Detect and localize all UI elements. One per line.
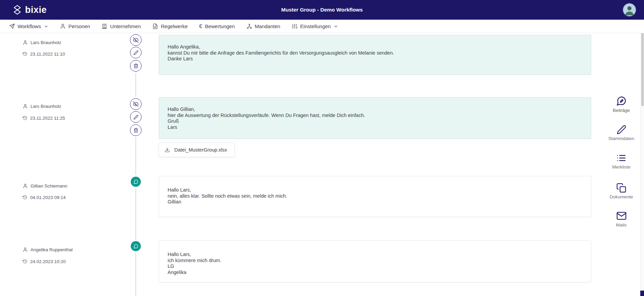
history-icon <box>23 52 27 56</box>
comment-icon <box>133 244 138 249</box>
edit-post-button[interactable] <box>130 47 142 58</box>
scroll-corner <box>640 291 644 296</box>
chevron-down-icon <box>334 24 338 29</box>
main-nav: Workflows Personen Unternehmen Regelwerk… <box>0 20 644 33</box>
message-line: LG <box>168 263 582 270</box>
nav-label: Workflows <box>18 23 41 29</box>
rail-item-beitraege[interactable]: Beiträge <box>600 96 643 113</box>
mail-icon <box>616 211 627 221</box>
post-message: Hallo Lars, nein, alles klar. Sollte noc… <box>159 176 591 217</box>
author-name: Lars Braunholz <box>30 104 61 109</box>
author-name: Lars Braunholz <box>30 40 61 45</box>
app-header: bixie Muster Group - Demo Workflows <box>0 0 644 20</box>
nav-label: Regelwerke <box>161 23 188 29</box>
avatar-image <box>623 3 636 16</box>
edit-post-button[interactable] <box>130 111 142 123</box>
timeline-connector <box>135 138 136 175</box>
hierarchy-icon <box>246 23 252 29</box>
rail-label: Merkliste <box>612 164 630 170</box>
sliders-icon <box>292 23 298 29</box>
hide-post-button[interactable] <box>130 34 142 46</box>
comment-icon <box>133 179 138 184</box>
euro-icon: € <box>199 24 202 29</box>
app: bixie Muster Group - Demo Workflows Work… <box>0 0 644 296</box>
nav-item-workflows[interactable]: Workflows <box>9 23 48 29</box>
scrollbar-track[interactable]: ▲ <box>640 20 644 296</box>
message-line: Hallo Lars, <box>168 252 582 258</box>
pencil-icon <box>617 125 626 135</box>
nav-item-regelwerke[interactable]: Regelwerke <box>152 23 188 29</box>
message-line: Danke Lars <box>168 56 582 62</box>
user-icon <box>23 104 28 109</box>
post-message: Hallo Angelika, kannst Du mir bitte die … <box>159 35 591 75</box>
author-name: Gillian Schiemann <box>30 183 67 189</box>
nav-item-bewertungen[interactable]: € Bewertungen <box>199 23 235 29</box>
building-icon <box>102 23 107 29</box>
timeline-connector <box>135 253 136 296</box>
message-line: Gillian <box>168 199 582 205</box>
hide-post-button[interactable] <box>130 98 142 110</box>
comment-badge <box>131 177 141 187</box>
timeline-connector <box>135 73 136 97</box>
message-line: nein, alles klar. Sollte noch etwas sein… <box>168 193 582 199</box>
scrollbar-thumb[interactable] <box>641 24 644 106</box>
delete-post-button[interactable] <box>130 60 142 72</box>
user-icon <box>23 40 28 45</box>
rail-item-merkliste[interactable]: Merkliste <box>600 153 643 170</box>
trash-icon <box>133 63 138 68</box>
nav-label: Einstellungen <box>300 23 331 29</box>
comment-edit-icon <box>616 96 627 106</box>
message-line: ich kümmere mich drum. <box>168 258 582 264</box>
timestamp-text: 23.11.2022 11:25 <box>30 116 65 121</box>
attachment-chip[interactable]: Datei_MusterGroup.xlsx <box>159 143 235 157</box>
avatar[interactable] <box>623 3 636 16</box>
timeline-connector <box>135 189 136 240</box>
eye-off-icon <box>133 37 138 43</box>
nav-label: Unternehmen <box>110 23 141 29</box>
message-line: Hallo Gillian, <box>168 106 582 113</box>
post-timestamp: 24.02.2023 10:20 <box>23 258 66 264</box>
logo[interactable]: bixie <box>13 5 47 15</box>
message-line: Hallo Lars, <box>168 187 582 193</box>
timestamp-text: 24.02.2023 10:20 <box>30 259 66 264</box>
timestamp-text: 23.11.2022 11:10 <box>30 52 65 57</box>
pencil-icon <box>133 50 138 55</box>
post-author: Angelika Ruppenthal <box>23 246 73 253</box>
message-line: hier die Auswertung der Rückstellungsver… <box>168 113 582 119</box>
person-icon <box>60 23 66 29</box>
rail-item-mails[interactable]: Mails <box>600 211 643 228</box>
paper-plane-icon <box>9 23 15 29</box>
rail-item-stammdaten[interactable]: Stammdaten <box>600 125 643 141</box>
post-timestamp: 04.01.2023 09:14 <box>23 194 66 200</box>
message-line: kannst Du mir bitte die Anfrage des Fami… <box>168 50 582 56</box>
nav-item-mandanten[interactable]: Mandanten <box>246 23 280 29</box>
logo-text: bixie <box>25 5 47 15</box>
page-title: Muster Group - Demo Workflows <box>281 7 363 13</box>
message-line: Angelika <box>168 270 582 276</box>
rail-label: Stammdaten <box>608 136 635 141</box>
post-author: Lars Braunholz <box>23 103 61 109</box>
attachment-filename: Datei_MusterGroup.xlsx <box>174 147 227 153</box>
nav-item-unternehmen[interactable]: Unternehmen <box>102 23 141 29</box>
timestamp-text: 04.01.2023 09:14 <box>30 195 66 200</box>
rail-label: Beiträge <box>613 108 630 113</box>
delete-post-button[interactable] <box>130 124 142 136</box>
history-icon <box>23 116 27 120</box>
bixie-logo-icon <box>13 5 22 15</box>
nav-label: Mandanten <box>255 23 280 29</box>
user-icon <box>23 183 28 189</box>
history-icon <box>23 259 27 264</box>
nav-item-einstellungen[interactable]: Einstellungen <box>292 23 338 29</box>
nav-item-personen[interactable]: Personen <box>60 23 90 29</box>
pencil-icon <box>133 115 138 120</box>
eye-off-icon <box>133 101 138 107</box>
rail-item-dokumente[interactable]: Dokumente <box>600 183 643 199</box>
post-timestamp: 23.11.2022 11:25 <box>23 115 65 121</box>
download-icon <box>165 147 170 153</box>
user-icon <box>23 247 28 252</box>
nav-label: Personen <box>68 23 90 29</box>
author-name: Angelika Ruppenthal <box>30 247 73 252</box>
history-icon <box>23 195 27 200</box>
message-line: Lars <box>168 124 582 131</box>
document-icon <box>152 23 158 29</box>
